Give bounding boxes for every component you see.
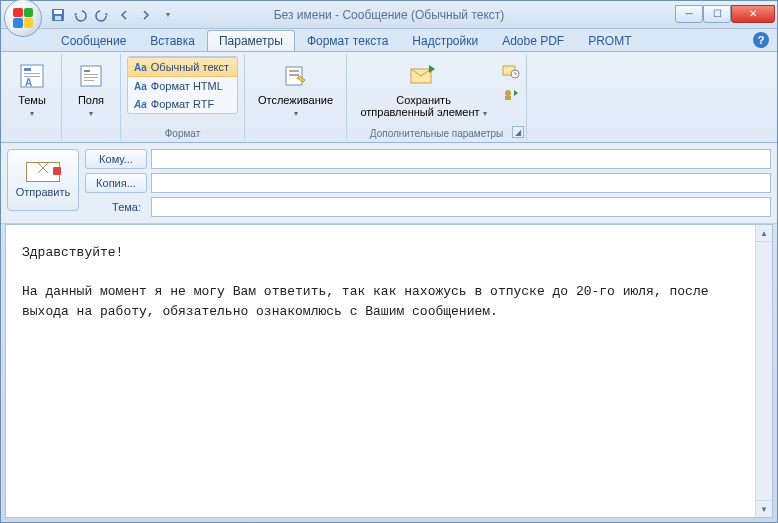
qat-customize-icon[interactable]: ▾: [160, 7, 176, 23]
scroll-up-icon[interactable]: ▲: [756, 225, 772, 242]
next-icon[interactable]: [138, 7, 154, 23]
tab-promt[interactable]: PROMT: [576, 30, 643, 51]
save-icon[interactable]: [50, 7, 66, 23]
to-button[interactable]: Кому...: [85, 149, 147, 169]
titlebar: ▾ Без имени - Сообщение (Обычный текст) …: [1, 1, 777, 29]
format-plain-label: Обычный текст: [151, 61, 229, 73]
svg-rect-9: [84, 70, 90, 72]
compose-header: Отправить Кому... Копия... Тема:: [1, 143, 777, 224]
send-label: Отправить: [16, 186, 71, 198]
recipient-fields: Кому... Копия... Тема:: [85, 149, 771, 217]
fields-button[interactable]: Поля▾: [68, 56, 114, 124]
group-themes: A Темы▾: [3, 54, 62, 140]
tab-format-text[interactable]: Формат текста: [295, 30, 400, 51]
dialog-launcher-icon[interactable]: ◢: [512, 126, 524, 138]
fields-icon: [76, 61, 106, 91]
group-fields-label: [68, 127, 114, 140]
format-html-label: Формат HTML: [151, 80, 223, 92]
send-button[interactable]: Отправить: [7, 149, 79, 211]
svg-rect-15: [289, 74, 299, 76]
group-more-options: Сохранить отправленный элемент ▾ Дополни…: [347, 54, 527, 140]
themes-button[interactable]: A Темы▾: [9, 56, 55, 124]
format-plain-text[interactable]: Aa Обычный текст: [128, 57, 237, 77]
scroll-track[interactable]: [756, 242, 772, 500]
office-logo-icon: [13, 8, 33, 28]
save-sent-label: Сохранить отправленный элемент: [360, 94, 479, 118]
tracking-icon: [281, 61, 311, 91]
tracking-label: Отслеживание: [258, 94, 333, 106]
body-wrap: Здравствуйте! На данный момент я не могу…: [5, 224, 773, 518]
group-format: Aa Обычный текст Aa Формат HTML Aa Форма…: [121, 54, 245, 140]
svg-rect-5: [24, 73, 40, 74]
quick-access-toolbar: ▾: [50, 7, 176, 23]
tracking-button[interactable]: Отслеживание▾: [251, 56, 340, 124]
format-rtf-label: Формат RTF: [151, 98, 214, 110]
group-fields: Поля▾: [62, 54, 121, 140]
ribbon: A Темы▾ Поля▾: [1, 51, 777, 143]
window-controls: ─ ☐ ✕: [675, 5, 775, 23]
svg-rect-14: [289, 70, 299, 72]
tab-options[interactable]: Параметры: [207, 30, 295, 51]
svg-rect-11: [84, 77, 98, 78]
fields-label: Поля: [78, 94, 104, 106]
office-button[interactable]: [4, 0, 42, 37]
aa-icon: Aa: [134, 99, 147, 110]
minimize-button[interactable]: ─: [675, 5, 703, 23]
scroll-down-icon[interactable]: ▼: [756, 500, 772, 517]
group-themes-label: [9, 127, 55, 140]
svg-rect-2: [55, 16, 61, 20]
vertical-scrollbar[interactable]: ▲ ▼: [755, 225, 772, 517]
more-side-icons: [498, 56, 520, 104]
help-icon[interactable]: ?: [753, 32, 769, 48]
cc-button[interactable]: Копия...: [85, 173, 147, 193]
maximize-button[interactable]: ☐: [703, 5, 731, 23]
message-window: ▾ Без имени - Сообщение (Обычный текст) …: [0, 0, 778, 523]
tab-addins[interactable]: Надстройки: [400, 30, 490, 51]
svg-rect-10: [84, 74, 98, 75]
svg-text:A: A: [25, 77, 32, 88]
prev-icon[interactable]: [116, 7, 132, 23]
svg-rect-1: [54, 10, 62, 14]
direct-replies-icon[interactable]: [502, 86, 520, 104]
tab-message[interactable]: Сообщение: [49, 30, 138, 51]
cc-input[interactable]: [151, 173, 771, 193]
redo-icon[interactable]: [94, 7, 110, 23]
themes-icon: A: [17, 61, 47, 91]
subject-label: Тема:: [85, 201, 147, 213]
svg-rect-20: [505, 96, 511, 100]
svg-rect-4: [24, 68, 31, 71]
group-tracking: Отслеживание▾: [245, 54, 347, 140]
save-sent-button[interactable]: Сохранить отправленный элемент ▾: [353, 56, 493, 124]
tab-insert[interactable]: Вставка: [138, 30, 207, 51]
format-list: Aa Обычный текст Aa Формат HTML Aa Форма…: [127, 56, 238, 114]
svg-rect-12: [84, 80, 94, 81]
format-html[interactable]: Aa Формат HTML: [128, 77, 237, 95]
delay-delivery-icon[interactable]: [502, 62, 520, 80]
ribbon-tabs: Сообщение Вставка Параметры Формат текст…: [1, 29, 777, 51]
message-body[interactable]: Здравствуйте! На данный момент я не могу…: [6, 225, 755, 517]
aa-icon: Aa: [134, 81, 147, 92]
svg-point-19: [505, 90, 511, 96]
to-input[interactable]: [151, 149, 771, 169]
save-sent-icon: [409, 61, 439, 91]
group-format-label: Формат: [127, 127, 238, 140]
group-more-label: Дополнительные параметры: [353, 127, 520, 140]
tab-adobe-pdf[interactable]: Adobe PDF: [490, 30, 576, 51]
close-button[interactable]: ✕: [731, 5, 775, 23]
aa-icon: Aa: [134, 62, 147, 73]
subject-input[interactable]: [151, 197, 771, 217]
group-tracking-label: [251, 127, 340, 140]
svg-rect-8: [81, 66, 101, 86]
envelope-icon: [26, 162, 60, 182]
format-rtf[interactable]: Aa Формат RTF: [128, 95, 237, 113]
undo-icon[interactable]: [72, 7, 88, 23]
themes-label: Темы: [18, 94, 46, 106]
